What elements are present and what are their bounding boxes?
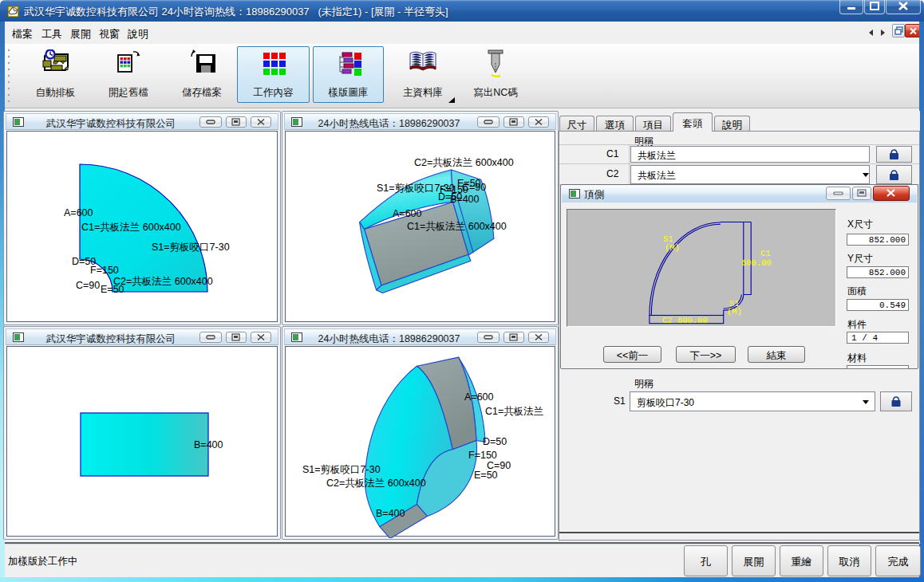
- svg-text:A=600: A=600: [464, 391, 494, 403]
- svg-text:600.00: 600.00: [741, 258, 772, 268]
- svg-text:C1=共板法兰: C1=共板法兰: [485, 406, 543, 417]
- svg-text:(M): (M): [727, 307, 742, 317]
- svg-text:S1=剪板咬口7-30: S1=剪板咬口7-30: [152, 242, 230, 253]
- svg-text:C2=共板法兰 600x400: C2=共板法兰 600x400: [113, 276, 213, 287]
- svg-text:C1: C1: [760, 249, 771, 258]
- svg-text:C1=共板法兰 600x400: C1=共板法兰 600x400: [407, 221, 507, 232]
- svg-text:C2=共板法兰 600x400: C2=共板法兰 600x400: [414, 157, 514, 168]
- svg-text:F=150: F=150: [468, 450, 497, 461]
- svg-text:C2 600.00: C2 600.00: [662, 316, 708, 325]
- svg-text:C1=共板法兰 600x400: C1=共板法兰 600x400: [81, 222, 181, 233]
- svg-text:E=50: E=50: [474, 470, 498, 481]
- svg-text:B=400: B=400: [450, 194, 480, 205]
- svg-text:A=600: A=600: [64, 207, 93, 218]
- svg-text:D=50: D=50: [483, 436, 507, 447]
- svg-text:C=90: C=90: [76, 280, 100, 291]
- svg-text:S1=剪板咬口7-30: S1=剪板咬口7-30: [302, 464, 381, 475]
- svg-text:A=600: A=600: [393, 208, 422, 219]
- svg-text:F=150: F=150: [90, 265, 119, 276]
- svg-text:B=400: B=400: [194, 439, 223, 450]
- svg-text:C2=共板法兰 600x400: C2=共板法兰 600x400: [326, 478, 426, 489]
- svg-text:(M): (M): [665, 243, 680, 253]
- svg-text:B=400: B=400: [376, 508, 405, 519]
